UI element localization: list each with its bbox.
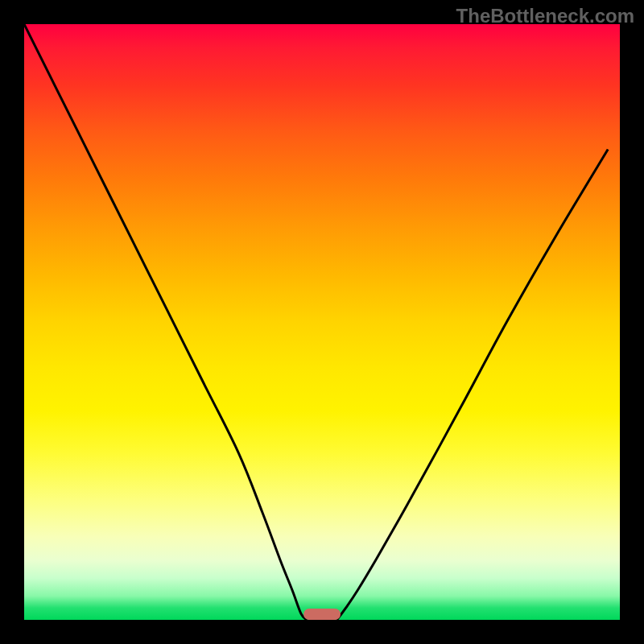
bottleneck-marker (303, 609, 341, 620)
chart-frame: TheBottleneck.com (0, 0, 644, 644)
left-curve-path (24, 24, 308, 620)
right-curve-path (337, 149, 609, 620)
curve-layer (24, 24, 620, 620)
watermark-text: TheBottleneck.com (456, 5, 634, 27)
plot-area (24, 24, 620, 620)
